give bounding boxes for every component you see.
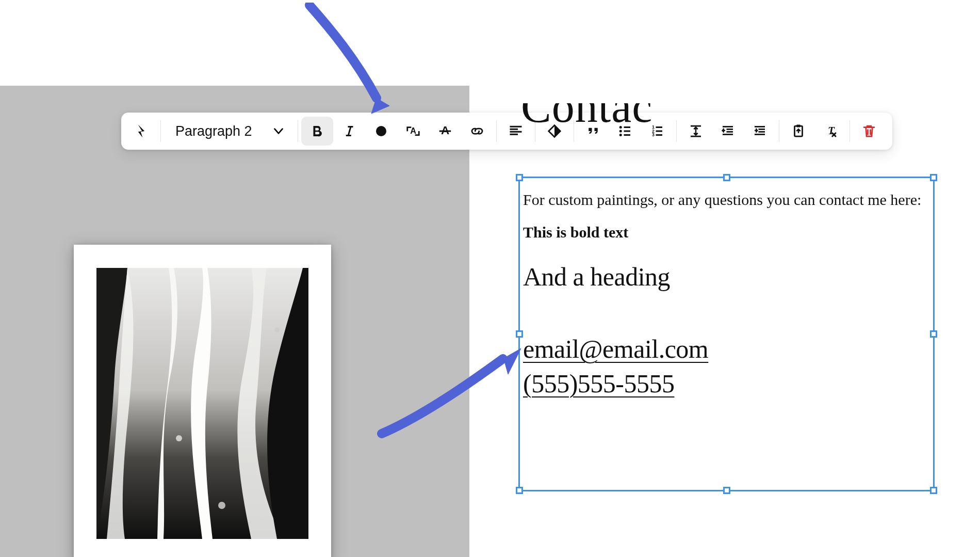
heading-2-line[interactable]: And a heading — [523, 262, 928, 292]
resize-handle-br[interactable] — [930, 487, 937, 494]
chevron-down-icon — [272, 124, 285, 138]
toolbar-divider — [779, 120, 779, 142]
delete-button[interactable] — [853, 117, 885, 146]
annotation-arrow-top — [299, 3, 402, 116]
toolbar-divider — [496, 120, 497, 142]
phone-link[interactable]: (555)555-5555 — [523, 367, 928, 402]
svg-marker-18 — [503, 348, 521, 374]
line-height-button[interactable] — [680, 117, 712, 146]
body-paragraph[interactable]: For custom paintings, or any questions y… — [523, 185, 928, 214]
text-block-content[interactable]: For custom paintings, or any questions y… — [523, 185, 928, 402]
canvas-gray-panel — [0, 86, 469, 557]
svg-rect-15 — [796, 125, 801, 128]
svg-point-2 — [218, 502, 225, 509]
italic-button[interactable] — [333, 117, 365, 146]
outdent-button[interactable] — [712, 117, 744, 146]
align-button[interactable] — [500, 117, 532, 146]
link-button[interactable] — [461, 117, 493, 146]
svg-point-3 — [274, 327, 280, 332]
svg-point-1 — [176, 435, 182, 441]
bullet-list-button[interactable] — [609, 117, 641, 146]
resize-handle-tr[interactable] — [930, 174, 937, 181]
quick-insert-button[interactable] — [125, 117, 157, 146]
text-size-button[interactable]: A — [397, 117, 429, 146]
svg-point-4 — [376, 126, 386, 136]
text-formatting-toolbar: Paragraph 2 A A — [121, 113, 892, 150]
text-block-selection[interactable]: For custom paintings, or any questions y… — [518, 177, 935, 491]
toolbar-divider — [850, 120, 850, 142]
numbered-list-button[interactable]: 123 — [641, 117, 673, 146]
resize-handle-tm[interactable] — [723, 174, 730, 181]
toolbar-divider — [298, 120, 298, 142]
svg-point-10 — [619, 134, 622, 136]
paragraph-style-select[interactable]: Paragraph 2 — [164, 117, 295, 146]
bold-text-line[interactable]: This is bold text — [523, 224, 928, 241]
background-color-button[interactable] — [538, 117, 570, 146]
svg-text:3: 3 — [652, 132, 655, 137]
toolbar-divider — [535, 120, 535, 142]
resize-handle-tl[interactable] — [516, 174, 523, 181]
paragraph-style-label: Paragraph 2 — [175, 123, 252, 139]
svg-point-8 — [619, 126, 622, 129]
resize-handle-mr[interactable] — [930, 330, 937, 338]
toolbar-divider — [160, 120, 161, 142]
text-color-button[interactable] — [365, 117, 397, 146]
svg-point-9 — [619, 130, 622, 133]
annotation-arrow-right — [371, 341, 526, 444]
toolbar-divider — [574, 120, 574, 142]
email-link[interactable]: email@email.com — [523, 332, 928, 367]
indent-button[interactable] — [744, 117, 776, 146]
clear-formatting-button[interactable]: T — [814, 117, 846, 146]
strikethrough-button[interactable]: A — [429, 117, 461, 146]
paste-button[interactable] — [782, 117, 814, 146]
resize-handle-bm[interactable] — [723, 487, 730, 494]
painting-image — [96, 268, 308, 539]
toolbar-divider — [676, 120, 677, 142]
bold-button[interactable] — [301, 117, 333, 146]
resize-handle-ml[interactable] — [516, 330, 523, 338]
image-frame[interactable] — [74, 245, 331, 557]
blockquote-button[interactable] — [577, 117, 609, 146]
resize-handle-bl[interactable] — [516, 487, 523, 494]
svg-text:A: A — [410, 126, 416, 135]
